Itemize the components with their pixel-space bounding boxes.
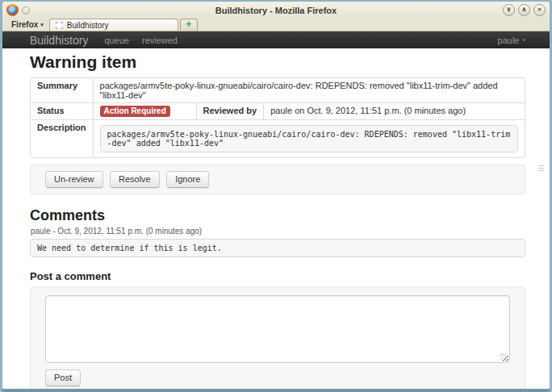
tab-title: Buildhistory: [67, 21, 109, 30]
tab-buildhistory[interactable]: Buildhistory: [49, 19, 178, 31]
post-button[interactable]: Post: [45, 369, 81, 386]
un-review-button[interactable]: Un-review: [45, 171, 103, 188]
firefox-window: Buildhistory - Mozilla Firefox ∨ ∧ × Fir…: [0, 0, 552, 392]
table-row: Status Action Required Reviewed by paule…: [31, 102, 525, 119]
tab-bar: Firefox ▾ Buildhistory +: [2, 19, 550, 31]
page-title: Warning item: [30, 52, 525, 72]
comment-item: paule - Oct. 9, 2012, 11:51 p.m. (0 minu…: [30, 227, 525, 262]
navbar-brand[interactable]: Buildhistory: [30, 34, 88, 47]
actions-panel: Un-review Resolve Ignore: [30, 165, 525, 194]
summary-label: Summary: [31, 78, 93, 102]
description-label: Description: [31, 119, 93, 157]
page-content: Warning item Summary packages/armv5te-po…: [2, 48, 550, 392]
status-cell: Action Required: [93, 102, 196, 119]
firefox-menu-label: Firefox: [11, 20, 38, 29]
favicon-placeholder-icon: [56, 22, 63, 29]
new-tab-button[interactable]: +: [180, 19, 198, 31]
table-row: Description packages/armv5te-poky-linux-…: [31, 119, 525, 157]
user-dropdown[interactable]: paule ▾: [498, 35, 525, 45]
close-icon[interactable]: ×: [533, 4, 546, 16]
window-title: Buildhistory - Mozilla Firefox: [2, 6, 550, 15]
window-titlebar: Buildhistory - Mozilla Firefox ∨ ∧ ×: [2, 2, 550, 19]
scrollbar-thumb[interactable]: [538, 165, 544, 172]
comment-body: We need to determine if this is legit.: [30, 239, 525, 257]
app-navbar: Buildhistory queue reviewed paule ▾: [2, 31, 550, 48]
table-row: Summary packages/armv5te-poky-linux-gnue…: [31, 78, 525, 102]
firefox-menu-button[interactable]: Firefox ▾: [8, 19, 48, 31]
nav-link-queue[interactable]: queue: [104, 35, 129, 45]
post-comment-heading: Post a comment: [30, 270, 525, 282]
nav-link-reviewed[interactable]: reviewed: [142, 35, 178, 45]
description-cell: packages/armv5te-poky-linux-gnueabi/cair…: [93, 119, 525, 157]
comment-input[interactable]: [45, 295, 510, 363]
chevron-down-icon: ▾: [40, 22, 44, 28]
summary-value: packages/armv5te-poky-linux-gnueabi/cair…: [93, 78, 525, 102]
minimize-icon[interactable]: ∨: [503, 4, 515, 16]
status-badge: Action Required: [100, 106, 170, 117]
maximize-icon[interactable]: ∧: [518, 4, 530, 16]
status-label: Status: [31, 102, 93, 119]
description-code: packages/armv5te-poky-linux-gnueabi/cair…: [100, 125, 518, 152]
firefox-logo-icon: [6, 4, 19, 16]
reviewed-by-value: paule on Oct. 9, 2012, 11:51 p.m. (0 min…: [263, 102, 525, 119]
resolve-button[interactable]: Resolve: [110, 171, 160, 188]
comment-byline: paule - Oct. 9, 2012, 11:51 p.m. (0 minu…: [31, 227, 525, 236]
details-table: Summary packages/armv5te-poky-linux-gnue…: [30, 77, 525, 158]
chevron-down-icon: ▾: [522, 37, 525, 44]
post-comment-panel: Post: [30, 286, 525, 392]
window-controls: ∨ ∧ ×: [503, 4, 546, 16]
comments-heading: Comments: [30, 207, 525, 224]
user-name: paule: [498, 35, 520, 45]
browser-viewport: Buildhistory queue reviewed paule ▾ Warn…: [2, 31, 550, 392]
window-menu-icon[interactable]: [22, 6, 30, 15]
ignore-button[interactable]: Ignore: [166, 171, 209, 188]
reviewed-by-label: Reviewed by: [196, 102, 264, 119]
